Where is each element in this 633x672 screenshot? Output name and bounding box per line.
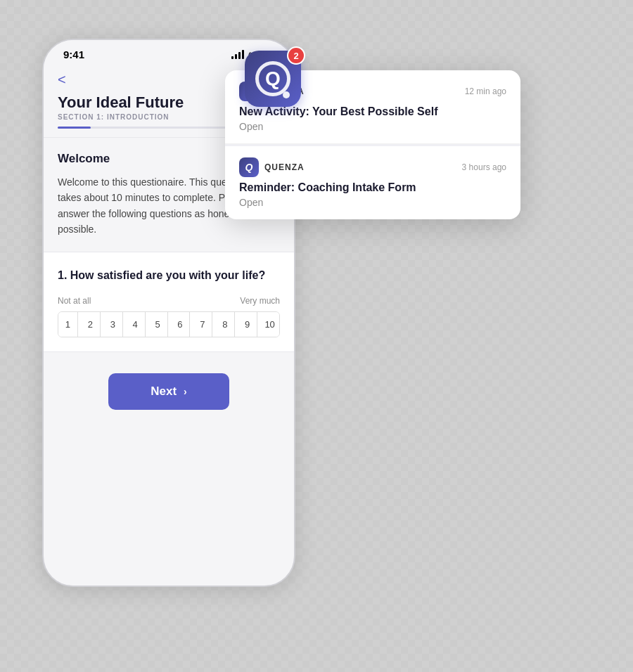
notification-item-2[interactable]: Q QUENZA 3 hours ago Reminder: Coaching … — [225, 146, 520, 219]
notif-action-2[interactable]: Open — [239, 197, 506, 208]
app-icon-q-circle: Q — [255, 61, 290, 96]
scale-option-7[interactable]: 7 — [193, 312, 212, 337]
question-section: 1. How satisfied are you with your life?… — [44, 252, 294, 351]
next-button[interactable]: Next › — [108, 373, 229, 410]
notif-brand-name-2: QUENZA — [264, 162, 305, 172]
scale-option-3[interactable]: 3 — [103, 312, 123, 337]
question-text: 1. How satisfied are you with your life? — [58, 269, 280, 282]
notif-action-1[interactable]: Open — [239, 121, 506, 132]
notification-header-2: Q QUENZA 3 hours ago — [239, 157, 506, 177]
app-icon-wrapper: Q 2 — [245, 51, 301, 107]
scale-option-10[interactable]: 10 — [260, 312, 279, 337]
next-chevron-icon: › — [184, 386, 187, 397]
scale-labels: Not at all Very much — [58, 296, 280, 306]
scale-option-8[interactable]: 8 — [215, 312, 235, 337]
scale-option-5[interactable]: 5 — [148, 312, 168, 337]
notif-time-2: 3 hours ago — [462, 162, 506, 172]
notif-sender-2: Q QUENZA — [239, 157, 305, 177]
scale-option-9[interactable]: 9 — [238, 312, 257, 337]
scale-option-4[interactable]: 4 — [126, 312, 146, 337]
scale-min-label: Not at all — [58, 296, 91, 306]
scale-option-2[interactable]: 2 — [81, 312, 101, 337]
notif-time-1: 12 min ago — [465, 86, 506, 96]
notif-brand-icon-2: Q — [239, 157, 259, 177]
signal-icon — [231, 50, 244, 59]
scale-max-label: Very much — [240, 296, 280, 306]
next-button-label: Next — [151, 385, 177, 399]
scale-option-1[interactable]: 1 — [58, 312, 78, 337]
notification-badge: 2 — [287, 46, 305, 65]
button-section: Next › — [44, 351, 294, 424]
scale-options: 1 2 3 4 5 6 7 8 9 10 — [58, 311, 280, 337]
status-time: 9:41 — [63, 49, 84, 60]
notif-title-2: Reminder: Coaching Intake Form — [239, 181, 506, 194]
scale-option-6[interactable]: 6 — [171, 312, 191, 337]
app-icon-q-letter: Q — [265, 67, 281, 90]
progress-bar-fill — [58, 127, 91, 129]
notif-title-1: New Activity: Your Best Possible Self — [239, 105, 506, 118]
